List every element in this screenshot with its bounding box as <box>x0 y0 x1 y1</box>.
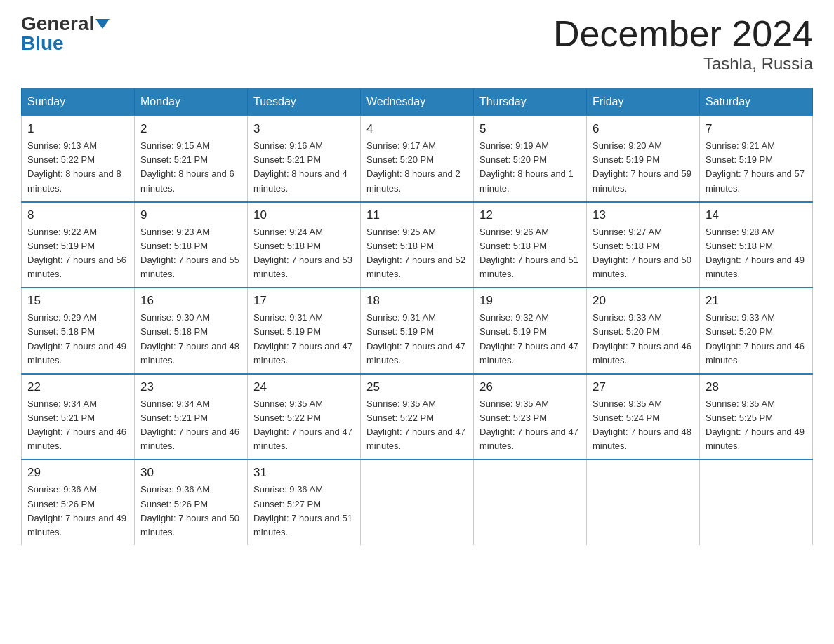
table-row: 10 Sunrise: 9:24 AMSunset: 5:18 PMDaylig… <box>248 202 361 288</box>
table-row <box>474 459 587 545</box>
table-row: 25 Sunrise: 9:35 AMSunset: 5:22 PMDaylig… <box>361 374 474 460</box>
day-info: Sunrise: 9:31 AMSunset: 5:19 PMDaylight:… <box>253 312 352 365</box>
day-number: 28 <box>706 380 807 394</box>
day-info: Sunrise: 9:17 AMSunset: 5:20 PMDaylight:… <box>366 140 461 193</box>
col-saturday: Saturday <box>700 88 813 116</box>
table-row: 21 Sunrise: 9:33 AMSunset: 5:20 PMDaylig… <box>700 288 813 374</box>
day-info: Sunrise: 9:33 AMSunset: 5:20 PMDaylight:… <box>706 312 805 365</box>
table-row: 5 Sunrise: 9:19 AMSunset: 5:20 PMDayligh… <box>474 116 587 202</box>
day-info: Sunrise: 9:24 AMSunset: 5:18 PMDaylight:… <box>253 227 352 279</box>
table-row: 13 Sunrise: 9:27 AMSunset: 5:18 PMDaylig… <box>587 202 700 288</box>
table-row: 17 Sunrise: 9:31 AMSunset: 5:19 PMDaylig… <box>248 288 361 374</box>
table-row: 3 Sunrise: 9:16 AMSunset: 5:21 PMDayligh… <box>248 116 361 202</box>
day-info: Sunrise: 9:27 AMSunset: 5:18 PMDaylight:… <box>593 227 691 279</box>
day-number: 17 <box>253 294 355 308</box>
day-info: Sunrise: 9:35 AMSunset: 5:23 PMDaylight:… <box>479 398 578 451</box>
day-number: 31 <box>253 466 355 480</box>
logo-general-text: General <box>21 14 110 34</box>
table-row: 28 Sunrise: 9:35 AMSunset: 5:25 PMDaylig… <box>700 374 813 460</box>
day-info: Sunrise: 9:36 AMSunset: 5:26 PMDaylight:… <box>27 484 126 537</box>
day-number: 10 <box>253 208 355 222</box>
day-info: Sunrise: 9:21 AMSunset: 5:19 PMDaylight:… <box>706 140 805 193</box>
table-row: 8 Sunrise: 9:22 AMSunset: 5:19 PMDayligh… <box>22 202 135 288</box>
day-number: 22 <box>27 380 128 394</box>
col-friday: Friday <box>587 88 700 116</box>
calendar-week-row: 29 Sunrise: 9:36 AMSunset: 5:26 PMDaylig… <box>22 459 813 545</box>
table-row: 4 Sunrise: 9:17 AMSunset: 5:20 PMDayligh… <box>361 116 474 202</box>
calendar-week-row: 22 Sunrise: 9:34 AMSunset: 5:21 PMDaylig… <box>22 374 813 460</box>
table-row: 20 Sunrise: 9:33 AMSunset: 5:20 PMDaylig… <box>587 288 700 374</box>
header-row: Sunday Monday Tuesday Wednesday Thursday… <box>22 88 813 116</box>
day-number: 19 <box>479 294 581 308</box>
table-row: 11 Sunrise: 9:25 AMSunset: 5:18 PMDaylig… <box>361 202 474 288</box>
day-info: Sunrise: 9:16 AMSunset: 5:21 PMDaylight:… <box>253 140 348 193</box>
day-info: Sunrise: 9:22 AMSunset: 5:19 PMDaylight:… <box>27 227 126 279</box>
day-number: 15 <box>27 294 128 308</box>
day-info: Sunrise: 9:30 AMSunset: 5:18 PMDaylight:… <box>140 312 239 365</box>
table-row: 1 Sunrise: 9:13 AMSunset: 5:22 PMDayligh… <box>22 116 135 202</box>
day-info: Sunrise: 9:36 AMSunset: 5:27 PMDaylight:… <box>253 484 352 537</box>
day-number: 11 <box>366 208 468 222</box>
col-tuesday: Tuesday <box>248 88 361 116</box>
day-number: 1 <box>27 122 128 136</box>
day-info: Sunrise: 9:34 AMSunset: 5:21 PMDaylight:… <box>140 398 239 451</box>
table-row: 16 Sunrise: 9:30 AMSunset: 5:18 PMDaylig… <box>135 288 248 374</box>
day-number: 18 <box>366 294 468 308</box>
day-number: 30 <box>140 466 241 480</box>
table-row: 22 Sunrise: 9:34 AMSunset: 5:21 PMDaylig… <box>22 374 135 460</box>
day-number: 23 <box>140 380 241 394</box>
day-info: Sunrise: 9:15 AMSunset: 5:21 PMDaylight:… <box>140 140 234 193</box>
day-info: Sunrise: 9:35 AMSunset: 5:22 PMDaylight:… <box>253 398 352 451</box>
page-header: General Blue December 2024 Tashla, Russi… <box>21 14 813 74</box>
table-row: 23 Sunrise: 9:34 AMSunset: 5:21 PMDaylig… <box>135 374 248 460</box>
day-info: Sunrise: 9:33 AMSunset: 5:20 PMDaylight:… <box>593 312 691 365</box>
calendar-title: December 2024 <box>553 14 813 54</box>
table-row: 2 Sunrise: 9:15 AMSunset: 5:21 PMDayligh… <box>135 116 248 202</box>
day-number: 13 <box>593 208 694 222</box>
calendar-week-row: 8 Sunrise: 9:22 AMSunset: 5:19 PMDayligh… <box>22 202 813 288</box>
day-info: Sunrise: 9:34 AMSunset: 5:21 PMDaylight:… <box>27 398 126 451</box>
table-row: 6 Sunrise: 9:20 AMSunset: 5:19 PMDayligh… <box>587 116 700 202</box>
day-number: 2 <box>140 122 241 136</box>
day-number: 26 <box>479 380 581 394</box>
day-info: Sunrise: 9:31 AMSunset: 5:19 PMDaylight:… <box>366 312 465 365</box>
col-thursday: Thursday <box>474 88 587 116</box>
day-info: Sunrise: 9:35 AMSunset: 5:25 PMDaylight:… <box>706 398 805 451</box>
day-info: Sunrise: 9:35 AMSunset: 5:24 PMDaylight:… <box>593 398 691 451</box>
day-info: Sunrise: 9:29 AMSunset: 5:18 PMDaylight:… <box>27 312 126 365</box>
day-number: 4 <box>366 122 468 136</box>
day-number: 16 <box>140 294 241 308</box>
day-number: 29 <box>27 466 128 480</box>
col-wednesday: Wednesday <box>361 88 474 116</box>
table-row: 26 Sunrise: 9:35 AMSunset: 5:23 PMDaylig… <box>474 374 587 460</box>
day-info: Sunrise: 9:35 AMSunset: 5:22 PMDaylight:… <box>366 398 465 451</box>
day-number: 24 <box>253 380 355 394</box>
day-number: 12 <box>479 208 581 222</box>
table-row <box>587 459 700 545</box>
day-number: 7 <box>706 122 807 136</box>
day-info: Sunrise: 9:32 AMSunset: 5:19 PMDaylight:… <box>479 312 578 365</box>
table-row <box>361 459 474 545</box>
table-row <box>700 459 813 545</box>
table-row: 14 Sunrise: 9:28 AMSunset: 5:18 PMDaylig… <box>700 202 813 288</box>
calendar-table: Sunday Monday Tuesday Wednesday Thursday… <box>21 88 813 545</box>
table-row: 15 Sunrise: 9:29 AMSunset: 5:18 PMDaylig… <box>22 288 135 374</box>
day-number: 8 <box>27 208 128 222</box>
logo-blue-text: Blue <box>21 34 64 53</box>
day-info: Sunrise: 9:13 AMSunset: 5:22 PMDaylight:… <box>27 140 121 193</box>
day-info: Sunrise: 9:28 AMSunset: 5:18 PMDaylight:… <box>706 227 805 279</box>
table-row: 27 Sunrise: 9:35 AMSunset: 5:24 PMDaylig… <box>587 374 700 460</box>
day-number: 5 <box>479 122 581 136</box>
day-number: 20 <box>593 294 694 308</box>
day-info: Sunrise: 9:26 AMSunset: 5:18 PMDaylight:… <box>479 227 578 279</box>
day-info: Sunrise: 9:36 AMSunset: 5:26 PMDaylight:… <box>140 484 239 537</box>
table-row: 31 Sunrise: 9:36 AMSunset: 5:27 PMDaylig… <box>248 459 361 545</box>
table-row: 19 Sunrise: 9:32 AMSunset: 5:19 PMDaylig… <box>474 288 587 374</box>
table-row: 7 Sunrise: 9:21 AMSunset: 5:19 PMDayligh… <box>700 116 813 202</box>
table-row: 12 Sunrise: 9:26 AMSunset: 5:18 PMDaylig… <box>474 202 587 288</box>
table-row: 29 Sunrise: 9:36 AMSunset: 5:26 PMDaylig… <box>22 459 135 545</box>
table-row: 24 Sunrise: 9:35 AMSunset: 5:22 PMDaylig… <box>248 374 361 460</box>
day-info: Sunrise: 9:23 AMSunset: 5:18 PMDaylight:… <box>140 227 239 279</box>
calendar-subtitle: Tashla, Russia <box>553 54 813 74</box>
col-sunday: Sunday <box>22 88 135 116</box>
